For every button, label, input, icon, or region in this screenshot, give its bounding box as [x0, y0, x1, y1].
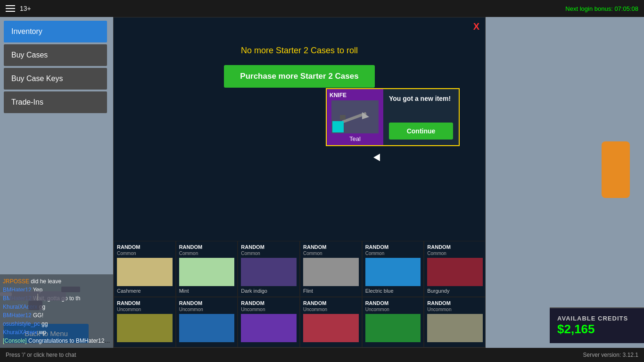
chat-line: KhuraiXAcerx wp [3, 328, 110, 337]
svg-rect-2 [340, 115, 346, 120]
svg-rect-4 [61, 287, 80, 292]
chat-username: KhuraiXAcerx [3, 329, 37, 336]
item-color-block [179, 314, 235, 342]
item-color-name: Burgundy [427, 288, 483, 294]
hamburger-menu[interactable] [6, 5, 15, 12]
chat-line: osushistyle_pc gg [3, 320, 110, 328]
topbar-left: 13+ [6, 5, 31, 12]
sidebar-item-buy-cases[interactable]: Buy Cases [4, 44, 107, 66]
gun-decoration [0, 277, 94, 315]
item-cell-rarity: Common [303, 251, 359, 256]
item-cell[interactable]: RANDOM Uncommon [424, 297, 486, 347]
continue-button[interactable]: Continue [389, 123, 453, 140]
age-rating: 13+ [20, 5, 31, 12]
item-color-name: Teal [349, 135, 361, 142]
item-cell-label: RANDOM [303, 244, 359, 250]
orange-decoration [602, 141, 630, 198]
sidebar-item-inventory[interactable]: Inventory [4, 21, 107, 42]
item-image [331, 100, 379, 133]
item-cell-rarity: Uncommon [365, 307, 421, 312]
sidebar-item-trade-ins[interactable]: Trade-Ins [4, 91, 107, 113]
close-button[interactable]: X [473, 21, 479, 32]
item-cell-label: RANDOM [241, 300, 297, 306]
purchase-cases-button[interactable]: Purchase more Starter 2 Cases [224, 65, 375, 88]
topbar: 13+ Next login bonus: 07:05:08 [0, 0, 644, 17]
item-cell-label: RANDOM [365, 300, 421, 306]
item-cell-label: RANDOM [427, 300, 483, 306]
chat-line: [Console] Congratulations to BMHater12 f… [3, 337, 110, 345]
login-bonus: Next login bonus: 07:05:08 [565, 5, 638, 12]
item-cell-rarity: Uncommon [303, 307, 359, 312]
item-cell-label: RANDOM [117, 300, 173, 306]
item-color-block [365, 314, 421, 342]
credits-panel: AVAILABLE CREDITS $2,165 [550, 307, 644, 343]
item-color-name: Dark indigo [241, 288, 297, 294]
chat-username: [Console] [3, 337, 27, 344]
items-grid: RANDOM Common Cashmere RANDOM Common Min… [114, 241, 486, 347]
main-panel: X No more Starter 2 Cases to roll Purcha… [113, 17, 486, 348]
item-cell-rarity: Uncommon [427, 307, 483, 312]
item-cell-rarity: Common [365, 251, 421, 256]
bottombar: Press '/' or click here to chat Server v… [0, 348, 644, 362]
chat-message: wp [37, 329, 46, 336]
item-cell[interactable]: RANDOM Uncommon [238, 297, 300, 347]
item-cell[interactable]: RANDOM Common Burgundy [424, 241, 486, 297]
item-cell[interactable]: RANDOM Common Cashmere [114, 241, 176, 297]
chat-message: Congratulations to BMHater12 for rolling… [27, 337, 110, 344]
no-more-cases-text: No more Starter 2 Cases to roll [114, 17, 485, 65]
item-card: KNIFE Teal [327, 89, 383, 145]
item-color-block [179, 258, 235, 286]
item-color-block [117, 314, 173, 342]
item-cell[interactable]: RANDOM Uncommon [114, 297, 176, 347]
item-color-name: Electric blue [365, 288, 421, 294]
item-color-block [303, 314, 359, 342]
item-color-name: Flint [303, 288, 359, 294]
item-cell[interactable]: RANDOM Common Dark indigo [238, 241, 300, 297]
chat-username: osushistyle_pc [3, 321, 40, 327]
got-item-text: You got a new item! [389, 95, 453, 102]
cursor-indicator [373, 154, 380, 161]
chat-hint[interactable]: Press '/' or click here to chat [6, 352, 76, 358]
item-cell-label: RANDOM [241, 244, 297, 250]
item-cell-label: RANDOM [179, 300, 235, 306]
item-cell-rarity: Common [427, 251, 483, 256]
item-cell-label: RANDOM [427, 244, 483, 250]
chat-message: gg [40, 321, 48, 327]
item-cell-rarity: Common [179, 251, 235, 256]
item-cell-label: RANDOM [117, 244, 173, 250]
credits-amount: $2,165 [557, 322, 636, 337]
item-cell-label: RANDOM [365, 244, 421, 250]
sidebar-item-buy-case-keys[interactable]: Buy Case Keys [4, 68, 107, 90]
item-color-block [427, 314, 483, 342]
item-cell-label: RANDOM [179, 244, 235, 250]
server-version: Server version: 3.12.1 [583, 352, 638, 358]
item-cell[interactable]: RANDOM Common Electric blue [362, 241, 424, 297]
item-color-block [303, 258, 359, 286]
new-item-notification: KNIFE Teal You got a new item! Continue [326, 88, 460, 146]
item-color-block [427, 258, 483, 286]
item-card-type: KNIFE [330, 92, 347, 99]
item-color-block [117, 258, 173, 286]
item-color-name: Cashmere [117, 288, 173, 294]
item-cell-rarity: Uncommon [117, 307, 173, 312]
item-cell[interactable]: RANDOM Uncommon [176, 297, 238, 347]
item-cell-rarity: Common [117, 251, 173, 256]
item-cell-label: RANDOM [303, 300, 359, 306]
got-item-panel: You got a new item! Continue [383, 89, 459, 145]
item-cell-rarity: Uncommon [179, 307, 235, 312]
item-cell-rarity: Common [241, 251, 297, 256]
item-cell[interactable]: RANDOM Uncommon [300, 297, 362, 347]
item-color-swatch [332, 121, 344, 132]
item-cell[interactable]: RANDOM Uncommon [362, 297, 424, 347]
item-color-name: Mint [179, 288, 235, 294]
credits-label: AVAILABLE CREDITS [557, 315, 636, 322]
item-cell-rarity: Uncommon [241, 307, 297, 312]
item-cell[interactable]: RANDOM Common Flint [300, 241, 362, 297]
item-color-block [241, 258, 297, 286]
item-cell[interactable]: RANDOM Common Mint [176, 241, 238, 297]
item-color-block [365, 258, 421, 286]
item-color-block [241, 314, 297, 342]
svg-rect-5 [28, 301, 42, 310]
svg-rect-6 [0, 292, 12, 296]
